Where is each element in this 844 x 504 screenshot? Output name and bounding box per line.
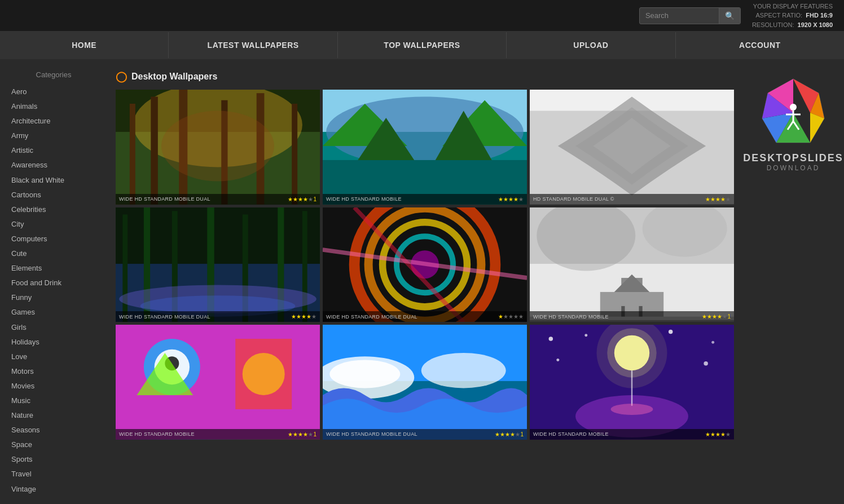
- logo-sub: DOWNLOAD: [767, 164, 820, 172]
- sidebar-cat-architecture[interactable]: Architecture: [8, 114, 99, 129]
- sidebar-cat-seasons[interactable]: Seasons: [8, 423, 99, 437]
- display-features-label: YOUR DISPLAY FEATURES: [753, 3, 833, 10]
- svg-point-70: [669, 330, 672, 334]
- svg-rect-4: [151, 96, 157, 204]
- wallpaper-thumb-7[interactable]: WIDE HD STANDARD MOBILE ★★★★★1: [116, 325, 320, 440]
- svg-rect-3: [130, 104, 135, 205]
- thumb-rating-4: ★★★★★: [291, 313, 316, 320]
- thumb-overlay-6: WIDE HD STANDARD MOBILE ★★★★★1: [530, 311, 734, 322]
- thumb-svg-5: [323, 207, 527, 322]
- svg-point-71: [711, 341, 714, 344]
- logo-svg: [757, 76, 830, 149]
- sidebar-cat-awareness[interactable]: Awareness: [8, 158, 99, 173]
- content: ◯ Desktop Wallpapers WIDE HD STANDARD MO…: [107, 65, 742, 504]
- thumb-overlay-7: WIDE HD STANDARD MOBILE ★★★★★1: [116, 429, 320, 440]
- thumb-overlay-8: WIDE HD STANDARD MOBILE DUAL ★★★★★1: [323, 429, 527, 440]
- sidebar-cat-celebrities[interactable]: Celebrities: [8, 202, 99, 217]
- thumb-rating-6: ★★★★★1: [702, 313, 731, 320]
- categories-title: Categories: [8, 70, 99, 79]
- svg-point-57: [243, 353, 285, 395]
- sidebar-cat-holidays[interactable]: Holidays: [8, 335, 99, 350]
- thumb-overlay-9: WIDE HD STANDARD MOBILE ★★★★★: [530, 429, 734, 440]
- nav-top[interactable]: Top Wallpapers: [338, 32, 507, 58]
- search-box[interactable]: 🔍: [639, 7, 741, 24]
- thumb-svg-3: [530, 90, 734, 205]
- wallpaper-thumb-2[interactable]: WIDE HD STANDARD MOBILE ★★★★★: [323, 90, 527, 205]
- svg-rect-8: [292, 104, 297, 205]
- section-header: ◯ Desktop Wallpapers: [116, 70, 734, 83]
- sidebar-cat-movies[interactable]: Movies: [8, 379, 99, 394]
- wallpaper-thumb-5[interactable]: WIDE HD STANDARD MOBILE DUAL ★★★★★: [323, 207, 527, 322]
- thumb-formats-1: WIDE HD STANDARD MOBILE DUAL: [119, 196, 210, 202]
- wallpaper-thumb-8[interactable]: WIDE HD STANDARD MOBILE DUAL ★★★★★1: [323, 325, 527, 440]
- sidebar-cat-games[interactable]: Games: [8, 305, 99, 320]
- thumb-formats-7: WIDE HD STANDARD MOBILE: [119, 431, 195, 437]
- sidebar-cat-sports[interactable]: Sports: [8, 452, 99, 467]
- thumb-formats-9: WIDE HD STANDARD MOBILE: [533, 431, 609, 437]
- svg-point-69: [584, 334, 587, 337]
- sidebar-cat-cartoons[interactable]: Cartoons: [8, 188, 99, 202]
- sidebar-cat-music[interactable]: Music: [8, 394, 99, 408]
- display-info: YOUR DISPLAY FEATURES ASPECT RATIO: FHD …: [752, 2, 833, 30]
- thumb-overlay-5: WIDE HD STANDARD MOBILE DUAL ★★★★★: [323, 311, 527, 322]
- sidebar-cat-motors[interactable]: Motors: [8, 364, 99, 379]
- thumb-rating-8: ★★★★★1: [495, 431, 524, 437]
- sidebar-cat-computers[interactable]: Computers: [8, 232, 99, 246]
- wallpaper-thumb-1[interactable]: WIDE HD STANDARD MOBILE DUAL ★★★★★1: [116, 90, 320, 205]
- thumb-formats-3: HD STANDARD MOBILE DUAL ©: [533, 196, 614, 202]
- sidebar-cat-love[interactable]: Love: [8, 350, 99, 364]
- thumb-formats-2: WIDE HD STANDARD MOBILE: [326, 196, 402, 202]
- nav-latest[interactable]: Latest Wallpapers: [169, 32, 337, 58]
- aspect-label: ASPECT RATIO:: [755, 12, 802, 19]
- svg-point-85: [790, 104, 797, 110]
- sidebar-cat-space[interactable]: Space: [8, 437, 99, 452]
- sidebar-cat-cute[interactable]: Cute: [8, 246, 99, 261]
- logo-name: DESKTOPSLIDES: [743, 152, 843, 164]
- search-button[interactable]: 🔍: [719, 8, 740, 24]
- resolution-label: RESOLUTION:: [752, 21, 794, 28]
- sidebar-cat-black-and-white[interactable]: Black and White: [8, 173, 99, 188]
- resolution-value: 1920 X 1080: [798, 21, 833, 28]
- thumb-rating-1: ★★★★★1: [288, 196, 316, 202]
- aspect-value: FHD 16:9: [806, 12, 833, 19]
- rss-icon: ◯: [116, 70, 127, 83]
- thumb-overlay-1: WIDE HD STANDARD MOBILE DUAL ★★★★★1: [116, 194, 320, 205]
- sidebar-cat-army[interactable]: Army: [8, 129, 99, 143]
- sidebar-cat-elements[interactable]: Elements: [8, 261, 99, 276]
- sidebar-cat-aero[interactable]: Aero: [8, 85, 99, 99]
- sidebar-cat-travel[interactable]: Travel: [8, 467, 99, 481]
- wallpaper-thumb-9[interactable]: WIDE HD STANDARD MOBILE ★★★★★: [530, 325, 734, 440]
- sidebar-cat-girls[interactable]: Girls: [8, 320, 99, 335]
- thumb-rating-7: ★★★★★1: [288, 431, 316, 437]
- svg-point-61: [329, 360, 400, 388]
- thumb-svg-1: [116, 90, 320, 205]
- svg-point-72: [556, 359, 559, 361]
- thumb-svg-4: [116, 207, 320, 322]
- sidebar-cat-funny[interactable]: Funny: [8, 290, 99, 305]
- thumb-overlay-2: WIDE HD STANDARD MOBILE ★★★★★: [323, 194, 527, 205]
- wallpaper-thumb-4[interactable]: WIDE HD STANDARD MOBILE DUAL ★★★★★: [116, 207, 320, 322]
- thumb-rating-3: ★★★★★: [705, 196, 731, 202]
- sidebar-cat-city[interactable]: City: [8, 217, 99, 232]
- top-bar: 🔍 YOUR DISPLAY FEATURES ASPECT RATIO: FH…: [0, 0, 844, 31]
- sidebar-cat-nature[interactable]: Nature: [8, 408, 99, 423]
- nav-home[interactable]: Home: [0, 32, 169, 58]
- sidebar: Categories AeroAnimalsArchitectureArmyAr…: [0, 65, 107, 504]
- sidebar-cat-artistic[interactable]: Artistic: [8, 143, 99, 158]
- sidebar-cat-food-and-drink[interactable]: Food and Drink: [8, 276, 99, 290]
- nav-upload[interactable]: Upload: [507, 32, 675, 58]
- nav-account[interactable]: Account: [676, 32, 844, 58]
- thumb-formats-5: WIDE HD STANDARD MOBILE DUAL: [326, 314, 417, 320]
- svg-point-76: [611, 404, 653, 415]
- wallpaper-thumb-6[interactable]: WIDE HD STANDARD MOBILE ★★★★★1: [530, 207, 734, 322]
- sidebar-cat-vintage[interactable]: Vintage: [8, 482, 99, 497]
- nav-bar: Home Latest Wallpapers Top Wallpapers Up…: [0, 31, 844, 59]
- sidebar-cat-animals[interactable]: Animals: [8, 99, 99, 114]
- thumb-rating-5: ★★★★★: [498, 313, 524, 320]
- logo-area: DESKTOPSLIDES DOWNLOAD: [742, 65, 844, 504]
- thumb-svg-9: [530, 325, 734, 440]
- thumb-rating-2: ★★★★★: [498, 196, 524, 202]
- search-input[interactable]: [640, 8, 719, 23]
- categories-list: AeroAnimalsArchitectureArmyArtisticAware…: [8, 85, 99, 497]
- wallpaper-thumb-3[interactable]: HD STANDARD MOBILE DUAL © ★★★★★: [530, 90, 734, 205]
